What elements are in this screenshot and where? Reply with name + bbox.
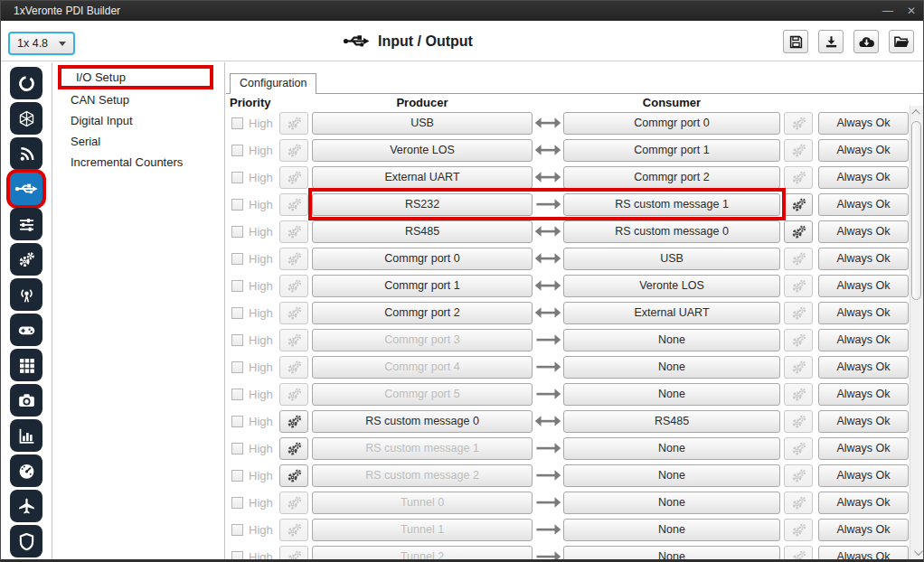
producer-config-button[interactable] — [279, 519, 308, 541]
priority-checkbox[interactable] — [231, 361, 243, 373]
consumer-button[interactable]: USB — [563, 248, 780, 270]
consumer-config-button[interactable] — [784, 275, 813, 297]
producer-config-button[interactable] — [279, 492, 308, 514]
tab-configuration[interactable]: Configuration — [230, 73, 316, 94]
producer-button[interactable]: Commgr port 5 — [312, 383, 533, 406]
consumer-button[interactable]: None — [563, 437, 780, 460]
producer-button[interactable]: Tunnel 0 — [312, 492, 533, 514]
priority-checkbox[interactable] — [231, 443, 243, 454]
sidebar-item-telemetry[interactable] — [10, 419, 42, 452]
consumer-config-button[interactable] — [784, 464, 813, 487]
producer-config-button[interactable] — [279, 166, 308, 189]
producer-button[interactable]: RS485 — [312, 220, 533, 243]
menu-item-i-o-setup[interactable]: I/O Setup — [58, 65, 213, 89]
consumer-config-button[interactable] — [784, 437, 813, 460]
menu-item-can-setup[interactable]: CAN Setup — [52, 89, 224, 110]
consumer-config-button[interactable] — [784, 329, 813, 351]
producer-config-button[interactable] — [279, 302, 308, 324]
producer-button[interactable]: Commgr port 3 — [312, 329, 533, 351]
producer-button[interactable]: Commgr port 4 — [312, 356, 533, 379]
status-button[interactable]: Always Ok — [818, 112, 909, 135]
producer-config-button[interactable] — [279, 112, 308, 135]
consumer-button[interactable]: Commgr port 1 — [563, 139, 780, 162]
producer-config-button[interactable] — [279, 329, 308, 351]
producer-config-button[interactable] — [279, 410, 308, 433]
sidebar-item-safety[interactable] — [10, 525, 42, 557]
save-button[interactable] — [783, 30, 808, 53]
consumer-config-button[interactable] — [784, 356, 813, 379]
producer-button[interactable]: Commgr port 1 — [312, 275, 533, 297]
status-button[interactable]: Always Ok — [818, 139, 909, 162]
status-button[interactable]: Always Ok — [818, 383, 909, 406]
consumer-button[interactable]: None — [563, 383, 780, 406]
sidebar-item-communications[interactable] — [10, 278, 42, 311]
status-button[interactable]: Always Ok — [818, 464, 909, 487]
producer-button[interactable]: RS custom message 2 — [312, 464, 533, 487]
scroll-up-button[interactable] — [910, 106, 923, 119]
priority-checkbox[interactable] — [231, 334, 243, 346]
producer-button[interactable]: RS232 — [312, 193, 533, 216]
consumer-button[interactable]: External UART — [563, 302, 780, 324]
status-button[interactable]: Always Ok — [818, 410, 909, 433]
open-button[interactable] — [889, 30, 914, 53]
priority-checkbox[interactable] — [231, 470, 243, 482]
producer-button[interactable]: Veronte LOS — [312, 139, 533, 162]
menu-item-incremental-counters[interactable]: Incremental Counters — [52, 152, 224, 173]
priority-checkbox[interactable] — [231, 172, 243, 183]
consumer-config-button[interactable] — [784, 302, 813, 324]
version-dropdown[interactable]: 1x 4.8 — [8, 32, 75, 55]
sidebar-item-telemetry-signal[interactable] — [10, 137, 42, 170]
producer-config-button[interactable] — [279, 220, 308, 243]
consumer-config-button[interactable] — [784, 492, 813, 514]
consumer-button[interactable]: None — [563, 492, 780, 514]
consumer-button[interactable]: Commgr port 0 — [563, 112, 780, 135]
consumer-config-button[interactable] — [784, 546, 813, 560]
consumer-button[interactable]: None — [563, 546, 780, 560]
sidebar-item-flight[interactable] — [10, 490, 42, 522]
priority-checkbox[interactable] — [231, 226, 243, 238]
priority-checkbox[interactable] — [231, 253, 243, 265]
scroll-down-button[interactable] — [910, 546, 923, 559]
producer-config-button[interactable] — [279, 248, 308, 270]
producer-button[interactable]: External UART — [312, 166, 533, 189]
menu-item-serial[interactable]: Serial — [52, 131, 224, 152]
consumer-config-button[interactable] — [784, 248, 813, 270]
consumer-button[interactable]: RS custom message 0 — [563, 220, 780, 243]
producer-config-button[interactable] — [279, 356, 308, 379]
producer-config-button[interactable] — [279, 546, 308, 560]
producer-config-button[interactable] — [279, 139, 308, 162]
sidebar-item-control[interactable] — [10, 208, 42, 240]
import-button[interactable] — [818, 30, 844, 53]
priority-checkbox[interactable] — [231, 307, 243, 319]
priority-checkbox[interactable] — [231, 199, 243, 211]
consumer-config-button[interactable] — [784, 112, 813, 135]
producer-button[interactable]: USB — [312, 112, 533, 135]
producer-config-button[interactable] — [279, 193, 308, 216]
consumer-config-button[interactable] — [784, 519, 813, 541]
status-button[interactable]: Always Ok — [818, 519, 909, 541]
producer-button[interactable]: RS custom message 0 — [312, 410, 533, 433]
producer-button[interactable]: Tunnel 2 — [312, 546, 533, 560]
sidebar-item-input-output[interactable] — [10, 173, 42, 205]
consumer-button[interactable]: Commgr port 2 — [563, 166, 780, 189]
consumer-config-button[interactable] — [784, 410, 813, 433]
priority-checkbox[interactable] — [231, 524, 243, 536]
menu-item-digital-input[interactable]: Digital Input — [52, 110, 224, 131]
status-button[interactable]: Always Ok — [818, 275, 909, 297]
cloud-download-button[interactable] — [853, 30, 879, 53]
close-button[interactable]: ✕ — [900, 1, 923, 21]
consumer-button[interactable]: None — [563, 519, 780, 541]
status-button[interactable]: Always Ok — [818, 302, 909, 324]
sidebar-item-hil[interactable] — [10, 454, 42, 487]
status-button[interactable]: Always Ok — [818, 166, 909, 189]
consumer-button[interactable]: RS custom message 1 — [563, 193, 780, 216]
sidebar-item-navigation[interactable] — [10, 102, 42, 135]
priority-checkbox[interactable] — [231, 497, 243, 509]
status-button[interactable]: Always Ok — [818, 356, 909, 379]
producer-button[interactable]: Tunnel 1 — [312, 519, 533, 541]
priority-checkbox[interactable] — [231, 551, 243, 560]
consumer-button[interactable]: None — [563, 356, 780, 379]
sidebar-item-automations[interactable] — [10, 243, 42, 276]
producer-button[interactable]: Commgr port 2 — [312, 302, 533, 324]
consumer-button[interactable]: Veronte LOS — [563, 275, 780, 297]
